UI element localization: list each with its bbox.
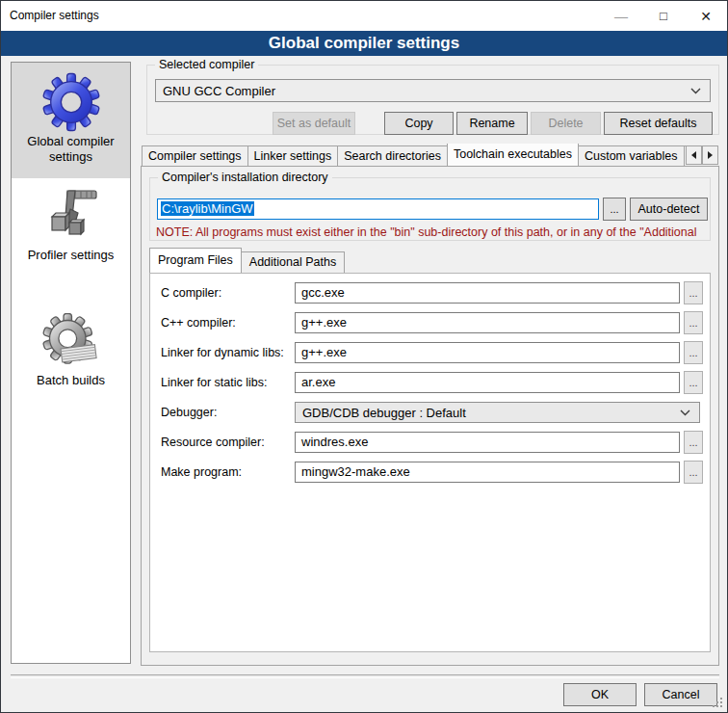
settings-category-list: Global compiler settings <box>11 62 131 664</box>
field-label: Make program: <box>161 462 242 483</box>
install-dir-selected-text: C:\raylib\MinGW <box>161 201 254 216</box>
debugger-select-value: GDB/CDB debugger : Default <box>302 406 466 420</box>
chevron-down-icon <box>680 409 690 416</box>
tab-custom-variables[interactable]: Custom variables <box>578 145 685 166</box>
close-icon[interactable]: ✕ <box>685 1 727 31</box>
program-files-panel: C compiler: gcc.exe ... C++ compiler: g+… <box>149 273 711 652</box>
field-label: Linker for static libs: <box>161 372 267 393</box>
linker-dynamic-input[interactable]: g++.exe <box>295 342 680 363</box>
field-label: Resource compiler: <box>161 432 265 453</box>
cancel-button[interactable]: Cancel <box>644 683 717 706</box>
linker-static-browse-button[interactable]: ... <box>684 371 703 394</box>
tab-search-directories[interactable]: Search directories <box>337 145 448 166</box>
tab-toolchain-executables[interactable]: Toolchain executables <box>447 144 579 166</box>
note-text: NOTE: All programs must exist either in … <box>156 225 706 239</box>
install-dir-input[interactable]: C:\raylib\MinGW <box>157 198 599 220</box>
caption-buttons: — □ ✕ <box>600 1 727 31</box>
window-title: Compiler settings <box>10 1 99 31</box>
sidebar-item-label: Profiler settings <box>12 246 130 269</box>
toolchain-executables-panel: Compiler's installation directory C:\ray… <box>141 166 719 666</box>
maximize-icon[interactable]: □ <box>642 1 685 31</box>
compiler-settings-dialog: Compiler settings — □ ✕ Global compiler … <box>0 0 728 713</box>
selected-compiler-group: Selected compiler GNU GCC Compiler Set a… <box>146 65 719 135</box>
set-as-default-button[interactable]: Set as default <box>273 112 355 135</box>
title-bar: Compiler settings — □ ✕ <box>1 1 727 31</box>
blue-gear-icon <box>12 72 130 132</box>
field-label: Linker for dynamic libs: <box>161 342 284 363</box>
ok-button[interactable]: OK <box>563 683 637 706</box>
delete-button[interactable]: Delete <box>531 112 601 135</box>
install-dir-browse-button[interactable]: ... <box>603 198 626 221</box>
resize-grip[interactable] <box>720 705 722 707</box>
group-label: Selected compiler <box>155 57 258 72</box>
page-title: Global compiler settings <box>1 31 727 56</box>
resource-compiler-input[interactable]: windres.exe <box>295 432 680 453</box>
tab-scroll-right-button[interactable] <box>702 145 718 165</box>
group-label: Compiler's installation directory <box>158 170 332 185</box>
debugger-select[interactable]: GDB/CDB debugger : Default <box>295 402 700 423</box>
linker-static-input[interactable]: ar.exe <box>295 372 680 393</box>
cpp-compiler-browse-button[interactable]: ... <box>684 311 703 334</box>
linker-dynamic-row: Linker for dynamic libs: g++.exe ... <box>150 342 710 365</box>
right-arrow-icon <box>708 151 713 159</box>
tab-compiler-settings[interactable]: Compiler settings <box>142 145 248 166</box>
debugger-row: Debugger: GDB/CDB debugger : Default <box>150 402 710 425</box>
c-compiler-browse-button[interactable]: ... <box>684 281 703 304</box>
chevron-down-icon <box>690 88 701 94</box>
resource-compiler-row: Resource compiler: windres.exe ... <box>150 432 710 455</box>
sidebar-item-global-compiler-settings[interactable]: Global compiler settings <box>12 63 130 178</box>
installation-directory-group: Compiler's installation directory C:\ray… <box>149 177 711 241</box>
tab-additional-paths[interactable]: Additional Paths <box>241 251 345 273</box>
footer-divider <box>11 674 719 678</box>
program-files-tabs: Program Files Additional Paths <box>149 248 344 273</box>
caliper-cubes-icon <box>12 184 130 246</box>
compiler-tabs: Compiler settings Linker settings Search… <box>142 144 686 166</box>
linker-static-row: Linker for static libs: ar.exe ... <box>150 372 710 395</box>
make-program-input[interactable]: mingw32-make.exe <box>295 462 680 483</box>
sidebar-item-label: Global compiler settings <box>12 132 130 171</box>
make-program-row: Make program: mingw32-make.exe ... <box>150 462 710 485</box>
cpp-compiler-row: C++ compiler: g++.exe ... <box>150 312 710 335</box>
field-label: Debugger: <box>161 402 217 423</box>
resource-compiler-browse-button[interactable]: ... <box>684 431 703 454</box>
c-compiler-input[interactable]: gcc.exe <box>295 282 680 304</box>
compiler-select-value: GNU GCC Compiler <box>163 84 275 98</box>
auto-detect-button[interactable]: Auto-detect <box>630 198 708 221</box>
field-label: C++ compiler: <box>161 312 236 333</box>
linker-dynamic-browse-button[interactable]: ... <box>684 341 703 364</box>
reset-defaults-button[interactable]: Reset defaults <box>604 112 713 135</box>
rename-button[interactable]: Rename <box>456 112 528 135</box>
field-label: C compiler: <box>161 282 221 304</box>
make-program-browse-button[interactable]: ... <box>684 461 703 484</box>
tab-program-files[interactable]: Program Files <box>149 248 242 273</box>
tab-linker-settings[interactable]: Linker settings <box>247 145 339 166</box>
tab-scroll-left-button[interactable] <box>686 145 702 165</box>
left-arrow-icon <box>691 151 696 159</box>
sidebar-item-profiler-settings[interactable]: Profiler settings <box>12 178 130 290</box>
c-compiler-row: C compiler: gcc.exe ... <box>150 282 710 305</box>
gray-gear-papers-icon <box>12 313 130 371</box>
compiler-select[interactable]: GNU GCC Compiler <box>155 79 711 102</box>
copy-button[interactable]: Copy <box>384 112 454 135</box>
sidebar-item-label: Batch builds <box>12 371 130 394</box>
cpp-compiler-input[interactable]: g++.exe <box>295 312 680 333</box>
minimize-icon[interactable]: — <box>600 1 642 31</box>
sidebar-item-batch-builds[interactable]: Batch builds <box>12 290 130 404</box>
